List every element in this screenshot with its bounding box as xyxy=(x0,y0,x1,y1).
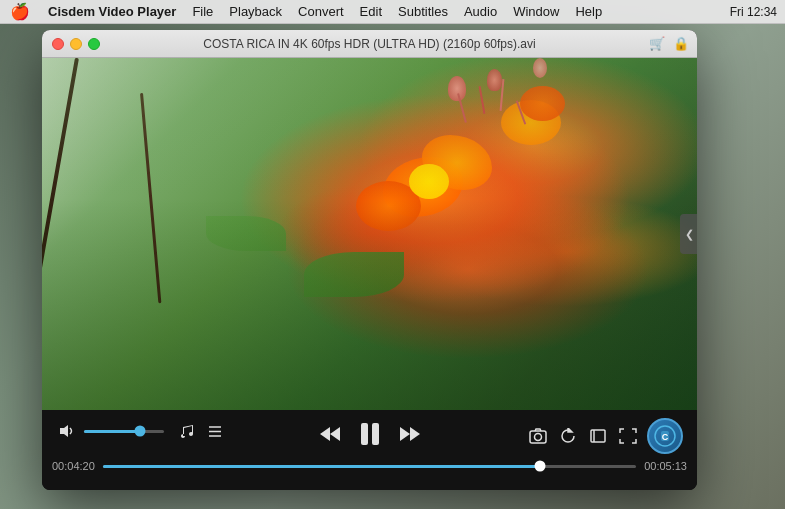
title-bar-icons: 🛒 🔒 xyxy=(649,36,697,51)
volume-icon[interactable] xyxy=(56,420,78,442)
pause-button[interactable] xyxy=(354,418,386,450)
svg-rect-13 xyxy=(591,430,605,442)
playback-controls xyxy=(316,418,424,450)
svg-marker-12 xyxy=(568,428,572,432)
svg-point-11 xyxy=(535,434,542,441)
apple-menu[interactable]: 🍎 xyxy=(0,2,40,21)
rewind-button[interactable] xyxy=(316,420,344,448)
menubar-help[interactable]: Help xyxy=(567,0,610,23)
maximize-button[interactable] xyxy=(88,38,100,50)
controls-right: C xyxy=(527,418,683,454)
progress-bar[interactable] xyxy=(103,465,636,468)
minimize-button[interactable] xyxy=(70,38,82,50)
chevron-left-icon: ❮ xyxy=(685,228,694,241)
controls-bar: C 00:04:20 00:05:13 xyxy=(42,410,697,490)
video-content xyxy=(42,58,697,410)
window-title: COSTA RICA IN 4K 60fps HDR (ULTRA HD) (2… xyxy=(203,37,535,51)
svg-marker-5 xyxy=(330,427,340,441)
menubar-edit[interactable]: Edit xyxy=(352,0,390,23)
svg-text:C: C xyxy=(662,432,669,442)
lock-icon[interactable]: 🔒 xyxy=(673,36,689,51)
crop-icon[interactable] xyxy=(587,425,609,447)
apple-icon: 🍎 xyxy=(10,2,30,21)
foliage-overlay xyxy=(42,58,697,410)
screenshot-icon[interactable] xyxy=(527,425,549,447)
cisdem-logo-button[interactable]: C xyxy=(647,418,683,454)
rotate-icon[interactable] xyxy=(557,425,579,447)
fastforward-button[interactable] xyxy=(396,420,424,448)
svg-marker-8 xyxy=(400,427,410,441)
progress-fill xyxy=(103,465,540,468)
playlist-icon[interactable] xyxy=(204,420,226,442)
svg-rect-7 xyxy=(372,423,379,445)
menubar-convert[interactable]: Convert xyxy=(290,0,352,23)
volume-track[interactable] xyxy=(84,430,164,433)
svg-marker-0 xyxy=(60,425,68,437)
close-button[interactable] xyxy=(52,38,64,50)
cart-icon[interactable]: 🛒 xyxy=(649,36,665,51)
menubar-clock: Fri 12:34 xyxy=(730,5,777,19)
video-area[interactable]: ❮ xyxy=(42,58,697,410)
player-window: COSTA RICA IN 4K 60fps HDR (ULTRA HD) (2… xyxy=(42,30,697,490)
controls-top-row: C xyxy=(42,410,697,452)
menubar-audio[interactable]: Audio xyxy=(456,0,505,23)
menubar-window[interactable]: Window xyxy=(505,0,567,23)
menubar-subtitles[interactable]: Subtitles xyxy=(390,0,456,23)
volume-fill xyxy=(84,430,140,433)
volume-thumb xyxy=(135,426,146,437)
menubar-right: Fri 12:34 xyxy=(730,5,785,19)
menubar-app-name[interactable]: Cisdem Video Player xyxy=(40,0,184,23)
current-time: 00:04:20 xyxy=(52,460,95,472)
side-panel-arrow[interactable]: ❮ xyxy=(680,214,697,254)
svg-marker-9 xyxy=(410,427,420,441)
volume-slider[interactable] xyxy=(84,430,164,433)
svg-rect-6 xyxy=(361,423,368,445)
menubar: 🍎 Cisdem Video Player File Playback Conv… xyxy=(0,0,785,24)
menubar-file[interactable]: File xyxy=(184,0,221,23)
traffic-lights xyxy=(42,38,100,50)
title-bar: COSTA RICA IN 4K 60fps HDR (ULTRA HD) (2… xyxy=(42,30,697,58)
total-time: 00:05:13 xyxy=(644,460,687,472)
progress-thumb xyxy=(535,461,546,472)
svg-marker-4 xyxy=(320,427,330,441)
music-note-icon[interactable] xyxy=(176,420,198,442)
progress-row: 00:04:20 00:05:13 xyxy=(42,452,697,480)
fullscreen-icon[interactable] xyxy=(617,425,639,447)
menubar-playback[interactable]: Playback xyxy=(221,0,290,23)
